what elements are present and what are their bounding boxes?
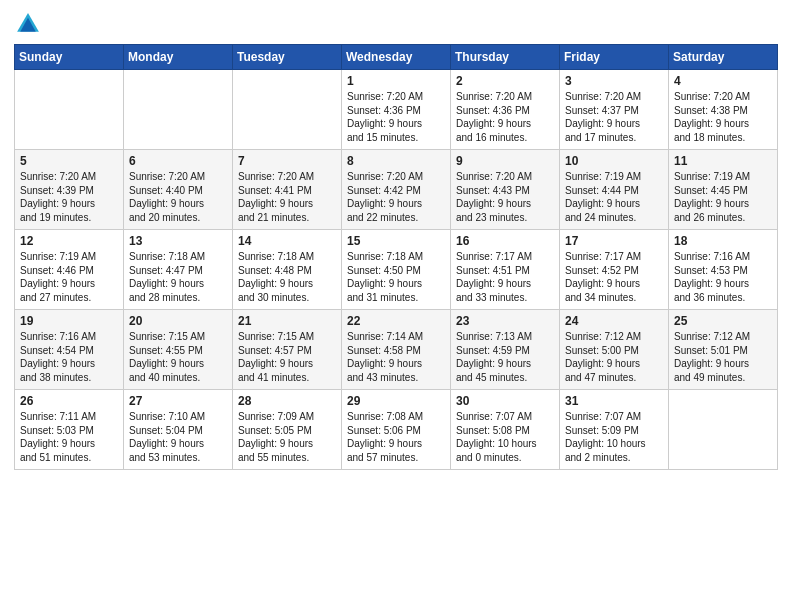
calendar-cell: 1Sunrise: 7:20 AMSunset: 4:36 PMDaylight…	[342, 70, 451, 150]
day-info: Sunrise: 7:18 AMSunset: 4:50 PMDaylight:…	[347, 250, 445, 304]
day-number: 6	[129, 154, 227, 168]
calendar-cell: 22Sunrise: 7:14 AMSunset: 4:58 PMDayligh…	[342, 310, 451, 390]
day-number: 13	[129, 234, 227, 248]
day-info: Sunrise: 7:09 AMSunset: 5:05 PMDaylight:…	[238, 410, 336, 464]
day-number: 2	[456, 74, 554, 88]
day-number: 29	[347, 394, 445, 408]
calendar-cell	[669, 390, 778, 470]
day-number: 19	[20, 314, 118, 328]
day-info: Sunrise: 7:07 AMSunset: 5:08 PMDaylight:…	[456, 410, 554, 464]
calendar-cell: 23Sunrise: 7:13 AMSunset: 4:59 PMDayligh…	[451, 310, 560, 390]
day-info: Sunrise: 7:15 AMSunset: 4:57 PMDaylight:…	[238, 330, 336, 384]
day-info: Sunrise: 7:20 AMSunset: 4:41 PMDaylight:…	[238, 170, 336, 224]
day-number: 28	[238, 394, 336, 408]
calendar-cell: 24Sunrise: 7:12 AMSunset: 5:00 PMDayligh…	[560, 310, 669, 390]
day-info: Sunrise: 7:20 AMSunset: 4:43 PMDaylight:…	[456, 170, 554, 224]
calendar-cell: 6Sunrise: 7:20 AMSunset: 4:40 PMDaylight…	[124, 150, 233, 230]
day-number: 8	[347, 154, 445, 168]
day-info: Sunrise: 7:19 AMSunset: 4:46 PMDaylight:…	[20, 250, 118, 304]
day-number: 16	[456, 234, 554, 248]
calendar-cell: 2Sunrise: 7:20 AMSunset: 4:36 PMDaylight…	[451, 70, 560, 150]
day-number: 5	[20, 154, 118, 168]
day-number: 23	[456, 314, 554, 328]
calendar-cell: 5Sunrise: 7:20 AMSunset: 4:39 PMDaylight…	[15, 150, 124, 230]
day-info: Sunrise: 7:07 AMSunset: 5:09 PMDaylight:…	[565, 410, 663, 464]
day-number: 31	[565, 394, 663, 408]
day-number: 18	[674, 234, 772, 248]
calendar-cell: 12Sunrise: 7:19 AMSunset: 4:46 PMDayligh…	[15, 230, 124, 310]
day-number: 27	[129, 394, 227, 408]
calendar-cell	[15, 70, 124, 150]
day-number: 20	[129, 314, 227, 328]
calendar-cell: 18Sunrise: 7:16 AMSunset: 4:53 PMDayligh…	[669, 230, 778, 310]
calendar-cell: 19Sunrise: 7:16 AMSunset: 4:54 PMDayligh…	[15, 310, 124, 390]
day-number: 4	[674, 74, 772, 88]
day-info: Sunrise: 7:20 AMSunset: 4:36 PMDaylight:…	[456, 90, 554, 144]
day-info: Sunrise: 7:16 AMSunset: 4:54 PMDaylight:…	[20, 330, 118, 384]
day-info: Sunrise: 7:19 AMSunset: 4:44 PMDaylight:…	[565, 170, 663, 224]
calendar-cell: 3Sunrise: 7:20 AMSunset: 4:37 PMDaylight…	[560, 70, 669, 150]
calendar-cell: 26Sunrise: 7:11 AMSunset: 5:03 PMDayligh…	[15, 390, 124, 470]
day-info: Sunrise: 7:15 AMSunset: 4:55 PMDaylight:…	[129, 330, 227, 384]
calendar-cell	[124, 70, 233, 150]
day-number: 15	[347, 234, 445, 248]
calendar-cell: 4Sunrise: 7:20 AMSunset: 4:38 PMDaylight…	[669, 70, 778, 150]
day-info: Sunrise: 7:11 AMSunset: 5:03 PMDaylight:…	[20, 410, 118, 464]
day-number: 14	[238, 234, 336, 248]
calendar-cell: 20Sunrise: 7:15 AMSunset: 4:55 PMDayligh…	[124, 310, 233, 390]
calendar-cell: 28Sunrise: 7:09 AMSunset: 5:05 PMDayligh…	[233, 390, 342, 470]
day-info: Sunrise: 7:08 AMSunset: 5:06 PMDaylight:…	[347, 410, 445, 464]
day-info: Sunrise: 7:18 AMSunset: 4:48 PMDaylight:…	[238, 250, 336, 304]
weekday-header: Friday	[560, 45, 669, 70]
day-info: Sunrise: 7:20 AMSunset: 4:38 PMDaylight:…	[674, 90, 772, 144]
day-info: Sunrise: 7:20 AMSunset: 4:42 PMDaylight:…	[347, 170, 445, 224]
calendar-week-row: 26Sunrise: 7:11 AMSunset: 5:03 PMDayligh…	[15, 390, 778, 470]
logo-icon	[14, 10, 42, 38]
day-number: 1	[347, 74, 445, 88]
day-info: Sunrise: 7:17 AMSunset: 4:52 PMDaylight:…	[565, 250, 663, 304]
day-number: 22	[347, 314, 445, 328]
calendar-cell: 15Sunrise: 7:18 AMSunset: 4:50 PMDayligh…	[342, 230, 451, 310]
day-info: Sunrise: 7:10 AMSunset: 5:04 PMDaylight:…	[129, 410, 227, 464]
weekday-header: Monday	[124, 45, 233, 70]
weekday-header: Wednesday	[342, 45, 451, 70]
weekday-header: Sunday	[15, 45, 124, 70]
calendar-cell: 27Sunrise: 7:10 AMSunset: 5:04 PMDayligh…	[124, 390, 233, 470]
weekday-header: Thursday	[451, 45, 560, 70]
day-number: 30	[456, 394, 554, 408]
day-number: 21	[238, 314, 336, 328]
day-number: 24	[565, 314, 663, 328]
calendar-week-row: 19Sunrise: 7:16 AMSunset: 4:54 PMDayligh…	[15, 310, 778, 390]
day-info: Sunrise: 7:16 AMSunset: 4:53 PMDaylight:…	[674, 250, 772, 304]
calendar-cell: 8Sunrise: 7:20 AMSunset: 4:42 PMDaylight…	[342, 150, 451, 230]
calendar-cell: 11Sunrise: 7:19 AMSunset: 4:45 PMDayligh…	[669, 150, 778, 230]
calendar-table: SundayMondayTuesdayWednesdayThursdayFrid…	[14, 44, 778, 470]
day-number: 7	[238, 154, 336, 168]
calendar-cell: 7Sunrise: 7:20 AMSunset: 4:41 PMDaylight…	[233, 150, 342, 230]
day-number: 9	[456, 154, 554, 168]
calendar-cell: 31Sunrise: 7:07 AMSunset: 5:09 PMDayligh…	[560, 390, 669, 470]
day-info: Sunrise: 7:17 AMSunset: 4:51 PMDaylight:…	[456, 250, 554, 304]
day-info: Sunrise: 7:14 AMSunset: 4:58 PMDaylight:…	[347, 330, 445, 384]
day-info: Sunrise: 7:18 AMSunset: 4:47 PMDaylight:…	[129, 250, 227, 304]
logo	[14, 10, 44, 38]
weekday-header: Saturday	[669, 45, 778, 70]
day-number: 3	[565, 74, 663, 88]
day-number: 26	[20, 394, 118, 408]
day-info: Sunrise: 7:19 AMSunset: 4:45 PMDaylight:…	[674, 170, 772, 224]
day-info: Sunrise: 7:20 AMSunset: 4:37 PMDaylight:…	[565, 90, 663, 144]
day-number: 12	[20, 234, 118, 248]
calendar-cell: 16Sunrise: 7:17 AMSunset: 4:51 PMDayligh…	[451, 230, 560, 310]
calendar-cell: 14Sunrise: 7:18 AMSunset: 4:48 PMDayligh…	[233, 230, 342, 310]
calendar-cell: 29Sunrise: 7:08 AMSunset: 5:06 PMDayligh…	[342, 390, 451, 470]
day-number: 10	[565, 154, 663, 168]
calendar-cell: 30Sunrise: 7:07 AMSunset: 5:08 PMDayligh…	[451, 390, 560, 470]
calendar-cell: 21Sunrise: 7:15 AMSunset: 4:57 PMDayligh…	[233, 310, 342, 390]
day-number: 17	[565, 234, 663, 248]
day-info: Sunrise: 7:20 AMSunset: 4:39 PMDaylight:…	[20, 170, 118, 224]
header	[14, 10, 778, 38]
page: SundayMondayTuesdayWednesdayThursdayFrid…	[0, 0, 792, 612]
day-number: 25	[674, 314, 772, 328]
day-info: Sunrise: 7:12 AMSunset: 5:01 PMDaylight:…	[674, 330, 772, 384]
calendar-cell: 9Sunrise: 7:20 AMSunset: 4:43 PMDaylight…	[451, 150, 560, 230]
